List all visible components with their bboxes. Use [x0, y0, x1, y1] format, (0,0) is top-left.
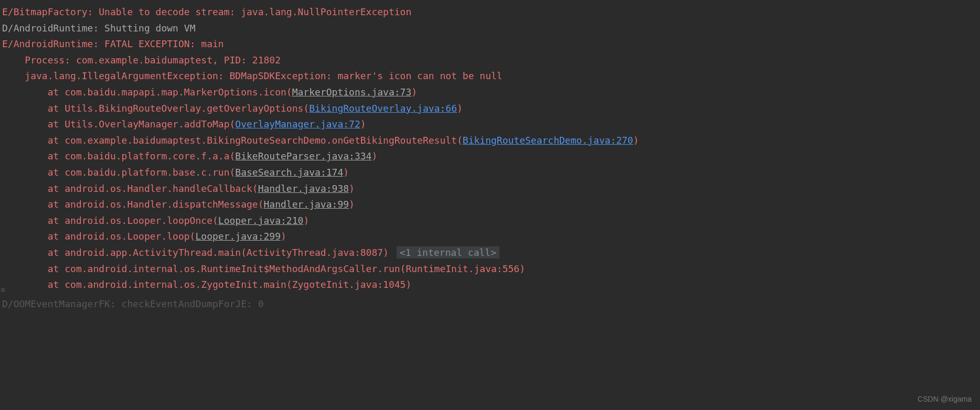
stack-text: at android.os.Handler.dispatchMessage(	[2, 199, 264, 210]
stack-text: )	[371, 150, 377, 161]
log-line-debug: D/AndroidRuntime: Shutting down VM	[2, 20, 978, 37]
watermark: CSDN @xigama	[918, 393, 972, 406]
stack-text: )	[411, 87, 417, 98]
expand-gutter-icon[interactable]: ⊞	[1, 285, 5, 295]
stack-text: )	[303, 215, 309, 226]
stack-text: )	[457, 103, 463, 114]
log-line-error: E/BitmapFactory: Unable to decode stream…	[2, 4, 978, 20]
fold-hint[interactable]: <1 internal call>	[397, 246, 499, 258]
source-link[interactable]: BaseSearch.java:174	[235, 167, 343, 178]
source-link[interactable]: MarkerOptions.java:73	[292, 87, 412, 98]
source-link[interactable]: Looper.java:210	[218, 215, 304, 226]
stack-text: at com.example.baidumaptest.BikingRouteS…	[2, 135, 463, 146]
stack-text: )	[343, 167, 349, 178]
stack-text: at android.os.Looper.loop(	[2, 231, 195, 242]
log-line-exception: java.lang.IllegalArgumentException: BDMa…	[2, 68, 978, 84]
stack-frame: at Utils.OverlayManager.addToMap(Overlay…	[2, 116, 978, 133]
source-link[interactable]: BikeRouteParser.java:334	[235, 150, 371, 161]
stack-frame: at com.android.internal.os.RuntimeInit$M…	[2, 261, 978, 277]
stack-text: at android.os.Looper.loopOnce(	[2, 215, 218, 226]
stack-frame: at Utils.BikingRouteOverlay.getOverlayOp…	[2, 101, 978, 117]
stack-frame: at com.android.internal.os.ZygoteInit.ma…	[2, 277, 978, 293]
stack-text: )	[349, 199, 355, 210]
stack-frame: at android.os.Handler.dispatchMessage(Ha…	[2, 197, 978, 213]
source-link[interactable]: OverlayManager.java:72	[235, 118, 360, 130]
source-link[interactable]: BikingRouteOverlay.java:66	[309, 103, 457, 114]
stack-text: at android.app.ActivityThread.main(Activ…	[2, 247, 389, 258]
stack-text: at com.baidu.mapapi.map.MarkerOptions.ic…	[2, 87, 292, 98]
stack-text: at Utils.BikingRouteOverlay.getOverlayOp…	[2, 103, 309, 114]
stack-text: )	[360, 118, 366, 130]
stack-frame: at com.baidu.platform.base.c.run(BaseSea…	[2, 165, 978, 181]
log-msg: Shutting down VM	[99, 23, 195, 34]
log-line-process: Process: com.example.baidumaptest, PID: …	[2, 52, 978, 69]
stack-frame: at android.app.ActivityThread.main(Activ…	[2, 245, 978, 261]
stack-text: at com.baidu.platform.core.f.a.a(	[2, 150, 235, 161]
stack-text: )	[633, 135, 639, 146]
log-line-partial: D/OOMEventManagerFK: checkEventAndDumpFo…	[2, 296, 978, 312]
log-msg: Unable to decode stream: java.lang.NullP…	[93, 6, 411, 17]
log-tag: D/AndroidRuntime:	[2, 23, 99, 34]
source-link[interactable]: Handler.java:99	[264, 199, 349, 210]
stack-frame: at android.os.Handler.handleCallback(Han…	[2, 181, 978, 197]
stack-text: at com.baidu.platform.base.c.run(	[2, 167, 235, 178]
log-tag: E/AndroidRuntime:	[2, 38, 99, 49]
stack-frame: at com.baidu.platform.core.f.a.a(BikeRou…	[2, 148, 978, 165]
stack-text: at android.os.Handler.handleCallback(	[2, 183, 258, 194]
stack-frame: at com.example.baidumaptest.BikingRouteS…	[2, 133, 978, 149]
stack-frame: at com.baidu.mapapi.map.MarkerOptions.ic…	[2, 84, 978, 101]
stack-text: at Utils.OverlayManager.addToMap(	[2, 118, 235, 130]
stack-frame: at android.os.Looper.loop(Looper.java:29…	[2, 229, 978, 245]
stack-text: )	[349, 183, 355, 194]
source-link[interactable]: Looper.java:299	[195, 231, 281, 242]
log-msg: FATAL EXCEPTION: main	[99, 38, 223, 49]
log-tag: E/BitmapFactory:	[2, 6, 93, 17]
stack-frame: at android.os.Looper.loopOnce(Looper.jav…	[2, 213, 978, 229]
logcat-output: E/BitmapFactory: Unable to decode stream…	[2, 4, 978, 312]
stack-text: )	[281, 231, 286, 242]
source-link[interactable]: Handler.java:938	[258, 183, 349, 194]
log-line-error: E/AndroidRuntime: FATAL EXCEPTION: main	[2, 36, 978, 52]
source-link[interactable]: BikingRouteSearchDemo.java:270	[463, 135, 633, 146]
